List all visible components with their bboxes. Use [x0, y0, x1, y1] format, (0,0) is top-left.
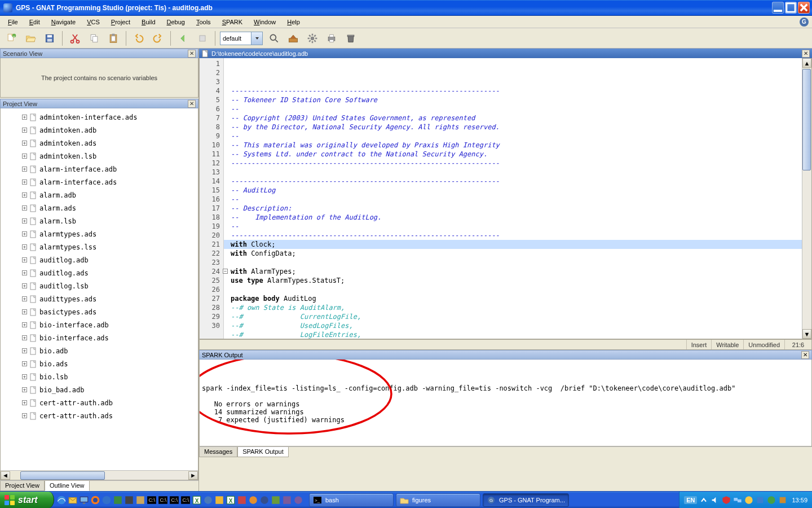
- menu-navigate[interactable]: Navigate: [47, 17, 80, 27]
- tray-app4-icon[interactable]: [778, 496, 787, 505]
- gear-button[interactable]: [304, 30, 320, 46]
- tree-expand-icon[interactable]: +: [22, 348, 27, 353]
- copy-button[interactable]: [86, 30, 102, 46]
- scroll-right-icon[interactable]: ►: [188, 471, 198, 480]
- code-line[interactable]: ----------------------------------------…: [231, 177, 802, 186]
- ql-term2-icon[interactable]: C:\: [158, 495, 168, 505]
- tree-file-item[interactable]: +cert-attr-auth.ads: [1, 409, 198, 422]
- code-line[interactable]: with AlarmTypes;: [231, 267, 802, 276]
- code-line[interactable]: --: [231, 222, 802, 231]
- ql-app1-icon[interactable]: [113, 495, 123, 505]
- ql-app11-icon[interactable]: [282, 495, 292, 505]
- menu-debug[interactable]: Debug: [162, 17, 189, 27]
- project-close-button[interactable]: ✕: [188, 100, 196, 108]
- ql-excel-icon[interactable]: X: [192, 495, 202, 505]
- output-close-button[interactable]: ✕: [801, 351, 809, 359]
- code-line[interactable]: -- Description:: [231, 204, 802, 213]
- window-maximize-button[interactable]: [785, 2, 797, 14]
- tree-file-item[interactable]: +bio-interface.ads: [1, 331, 198, 344]
- menu-edit[interactable]: Edit: [25, 17, 45, 27]
- code-line[interactable]: --# own State is AuditAlarm,: [231, 303, 802, 312]
- tray-app3-icon[interactable]: [767, 496, 776, 505]
- scroll-left-icon[interactable]: ◄: [1, 471, 10, 480]
- menu-help[interactable]: Help: [283, 17, 304, 27]
- code-line[interactable]: with Clock;: [231, 240, 802, 249]
- output-body[interactable]: spark -index_file=tis -listing=ls_ -conf…: [199, 360, 812, 446]
- window-close-button[interactable]: [798, 2, 810, 14]
- undo-button[interactable]: [131, 30, 147, 46]
- tab-outline-view[interactable]: Outline View: [45, 481, 90, 491]
- search-button[interactable]: [266, 30, 282, 46]
- menu-window[interactable]: Window: [249, 17, 280, 27]
- tree-file-item[interactable]: +alarm-interface.ads: [1, 176, 198, 189]
- editor-close-button[interactable]: ✕: [802, 50, 810, 58]
- window-minimize-button[interactable]: [772, 2, 784, 14]
- tree-file-item[interactable]: +bio.adb: [1, 344, 198, 357]
- redo-button[interactable]: [150, 30, 166, 46]
- tree-file-item[interactable]: +alarm.lsb: [1, 214, 198, 227]
- tree-expand-icon[interactable]: +: [22, 322, 27, 327]
- nav-back-button[interactable]: [175, 30, 191, 46]
- tree-file-item[interactable]: +auditlog.lsb: [1, 279, 198, 292]
- ql-term4-icon[interactable]: C:\: [180, 495, 191, 505]
- code-line[interactable]: -- by the Director, National Security Ag…: [231, 122, 802, 132]
- tray-shield-icon[interactable]: [722, 496, 731, 505]
- tree-expand-icon[interactable]: +: [22, 309, 27, 314]
- tree-expand-icon[interactable]: +: [22, 361, 27, 366]
- target-combo-input[interactable]: [220, 35, 251, 42]
- code-area[interactable]: ----------------------------------------…: [224, 58, 802, 339]
- new-file-button[interactable]: +: [3, 30, 19, 46]
- tree-file-item[interactable]: +alarm-interface.adb: [1, 163, 198, 176]
- ql-ie-icon[interactable]: [56, 495, 67, 505]
- taskbar-item[interactable]: figures: [396, 493, 480, 507]
- tree-expand-icon[interactable]: +: [22, 374, 27, 379]
- ql-term3-icon[interactable]: C:\: [169, 495, 179, 505]
- tree-expand-icon[interactable]: +: [22, 296, 27, 301]
- tree-file-item[interactable]: +admintoken.adb: [1, 124, 198, 137]
- ql-app12-icon[interactable]: [293, 495, 303, 505]
- ql-excel2-icon[interactable]: X: [226, 495, 236, 505]
- tree-file-item[interactable]: +cert-attr-auth.adb: [1, 396, 198, 409]
- menu-tools[interactable]: Tools: [192, 17, 215, 27]
- tray-volume-icon[interactable]: [710, 496, 720, 505]
- target-combo[interactable]: [220, 32, 263, 45]
- tree-file-item[interactable]: +alarm.ads: [1, 202, 198, 214]
- tree-file-item[interactable]: +admintoken.ads: [1, 137, 198, 150]
- ql-app3-icon[interactable]: [135, 495, 145, 505]
- code-line[interactable]: --: [231, 132, 802, 141]
- chevron-down-icon[interactable]: [251, 32, 262, 45]
- tree-expand-icon[interactable]: +: [22, 141, 27, 146]
- tree-expand-icon[interactable]: +: [22, 128, 27, 133]
- code-line[interactable]: --# LogFileEntries,: [231, 330, 802, 339]
- code-line[interactable]: package body AuditLog: [231, 294, 802, 303]
- ql-desktop-icon[interactable]: [79, 495, 89, 505]
- trash-button[interactable]: [343, 30, 359, 46]
- code-line[interactable]: --: [231, 195, 802, 204]
- code-line[interactable]: -- AuditLog: [231, 186, 802, 195]
- code-editor[interactable]: 123456789101112131415161718192021222324−…: [199, 58, 812, 339]
- ql-app10-icon[interactable]: [271, 495, 281, 505]
- menu-file[interactable]: File: [3, 17, 23, 27]
- code-line[interactable]: -- Implementation of the AuditLog.: [231, 213, 802, 222]
- cut-button[interactable]: [67, 30, 83, 46]
- code-line[interactable]: -- This material was originally develope…: [231, 141, 802, 150]
- ql-app6-icon[interactable]: [214, 495, 224, 505]
- open-file-button[interactable]: [23, 30, 38, 46]
- taskbar-item[interactable]: GGPS - GNAT Program...: [483, 493, 569, 507]
- code-line[interactable]: ----------------------------------------…: [231, 159, 802, 168]
- tree-expand-icon[interactable]: +: [22, 154, 27, 159]
- tree-expand-icon[interactable]: +: [22, 115, 27, 120]
- paste-button[interactable]: [105, 30, 121, 46]
- tree-expand-icon[interactable]: +: [22, 244, 27, 249]
- tray-network-icon[interactable]: [733, 496, 742, 505]
- tab-messages[interactable]: Messages: [199, 447, 237, 457]
- tree-file-item[interactable]: +bio_bad.adb: [1, 383, 198, 396]
- tree-expand-icon[interactable]: +: [22, 335, 27, 340]
- ql-app9-icon[interactable]: [259, 495, 270, 505]
- tree-expand-icon[interactable]: +: [22, 192, 27, 198]
- menu-build[interactable]: Build: [137, 17, 160, 27]
- ql-app8-icon[interactable]: [248, 495, 258, 505]
- menu-vcs[interactable]: VCS: [82, 17, 104, 27]
- print-button[interactable]: [324, 30, 339, 46]
- code-line[interactable]: [231, 285, 802, 294]
